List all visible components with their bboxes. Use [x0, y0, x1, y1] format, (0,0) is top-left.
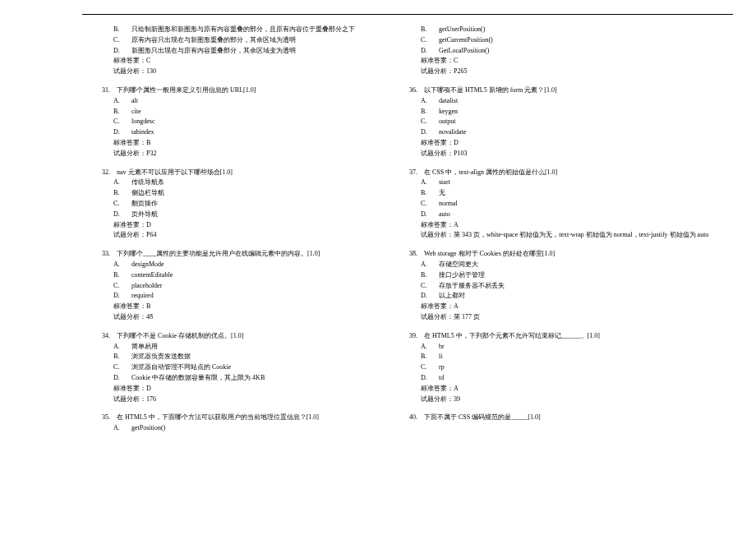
question-31: 31.下列哪个属性一般用来定义引用信息的 URL[1.0] A.alt B.ci…	[102, 85, 381, 159]
question-34: 34.下列哪个不是 Cookie 存储机制的优点。[1.0] A.简单易用 B.…	[102, 331, 381, 405]
answer-line: 标准答案：C	[102, 56, 381, 67]
option-row: C.原有内容只出现在与新图形重叠的部分，其余区域为透明	[102, 35, 381, 46]
question-38: 38.Web storage 相对于 Cookies 的好处在哪里[1.0] A…	[409, 249, 738, 323]
analysis-line: 试题分析：130	[102, 67, 381, 77]
option-row: B.只绘制新图形和新图形与原有内容重叠的部分，且原有内容位于重叠部分之下	[102, 25, 381, 35]
question-partial-top-right: B.getUserPosition() C.getCurrentPosition…	[409, 25, 738, 77]
question-40: 40.下面不属于 CSS 编码规范的是_____[1.0]	[409, 413, 738, 423]
question-39: 39.在 HTML5 中，下列那个元素不允许写结束标记______。[1.0] …	[409, 331, 738, 405]
top-divider	[82, 14, 733, 15]
question-title: 下列哪个属性一般用来定义引用信息的 URL[1.0]	[117, 85, 256, 96]
option-text: 原有内容只出现在与新图形重叠的部分，其余区域为透明	[131, 35, 296, 46]
column-left: B.只绘制新图形和新图形与原有内容重叠的部分，且原有内容位于重叠部分之下 C.原…	[102, 25, 381, 442]
question-33: 33.下列哪个____属性的主要功能是允许用户在线编辑元素中的内容。[1.0] …	[102, 249, 381, 323]
option-letter: B.	[113, 25, 131, 35]
question-32: 32.nav 元素不可以应用于以下哪些场合[1.0] A.传统导航条 B.侧边栏…	[102, 168, 381, 242]
option-row: D.新图形只出现在与原有内容重叠部分，其余区域变为透明	[102, 46, 381, 57]
question-36: 36.以下哪项不是 HTML5 新增的 form 元素？[1.0] A.data…	[409, 85, 738, 159]
question-number: 31.	[102, 85, 117, 96]
option-letter: C.	[113, 35, 131, 46]
option-text: 只绘制新图形和新图形与原有内容重叠的部分，且原有内容位于重叠部分之下	[131, 25, 355, 35]
option-text: 新图形只出现在与原有内容重叠部分，其余区域变为透明	[131, 46, 296, 57]
question-partial-top-left: B.只绘制新图形和新图形与原有内容重叠的部分，且原有内容位于重叠部分之下 C.原…	[102, 25, 381, 77]
question-35: 35.在 HTML5 中，下面哪个方法可以获取用户的当前地理位置信息？[1.0]…	[102, 413, 381, 434]
question-37: 37.在 CSS 中，text-align 属性的初始值是什么[1.0] A.s…	[409, 168, 738, 242]
column-right: B.getUserPosition() C.getCurrentPosition…	[409, 25, 738, 431]
option-letter: D.	[113, 46, 131, 57]
